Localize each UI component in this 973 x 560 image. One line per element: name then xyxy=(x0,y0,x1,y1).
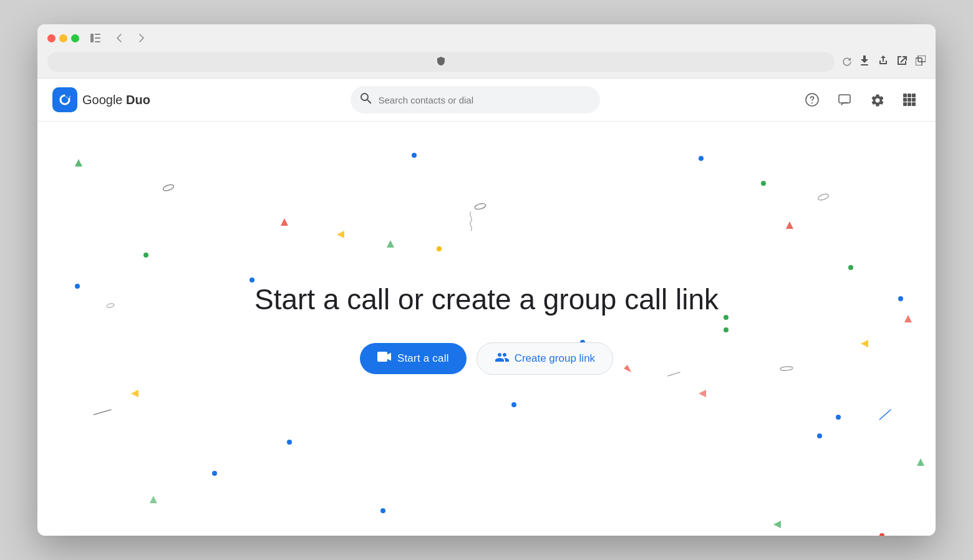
svg-rect-0 xyxy=(90,34,94,42)
confetti-piece xyxy=(94,408,112,416)
svg-rect-4 xyxy=(861,64,868,65)
share-button[interactable] xyxy=(878,56,888,68)
title-bar xyxy=(37,24,936,52)
help-button[interactable] xyxy=(801,89,823,111)
svg-point-34 xyxy=(761,181,766,186)
confetti-piece xyxy=(212,471,217,476)
center-content: Start a call or create a group call link… xyxy=(254,282,719,374)
video-camera-icon xyxy=(377,352,391,365)
svg-rect-15 xyxy=(912,98,916,102)
svg-point-8 xyxy=(811,102,813,104)
svg-point-37 xyxy=(848,265,853,270)
search-bar[interactable]: Search contacts or dial xyxy=(351,86,600,113)
confetti-piece xyxy=(786,221,793,229)
confetti-piece xyxy=(780,365,793,372)
create-group-link-button[interactable]: Create group link xyxy=(477,342,613,375)
svg-point-51 xyxy=(724,327,729,332)
confetti-piece xyxy=(281,218,288,226)
confetti-piece xyxy=(848,265,853,270)
confetti-piece xyxy=(249,278,254,282)
confetti-piece xyxy=(773,521,781,528)
confetti-piece xyxy=(836,415,841,420)
confetti-piece xyxy=(412,153,417,158)
search-area: Search contacts or dial xyxy=(150,86,801,113)
forward-button[interactable] xyxy=(134,31,149,46)
confetti-piece xyxy=(474,203,486,210)
reload-button[interactable] xyxy=(840,54,854,69)
sidebar-toggle-button[interactable] xyxy=(87,32,104,44)
confetti-piece xyxy=(387,240,394,248)
confetti-piece xyxy=(437,246,442,251)
svg-point-58 xyxy=(879,533,884,536)
svg-point-53 xyxy=(836,415,841,420)
confetti-piece xyxy=(817,193,830,201)
svg-point-20 xyxy=(162,184,175,191)
svg-point-52 xyxy=(511,402,516,407)
confetti-piece xyxy=(150,496,158,504)
app-content: Google Duo Search contacts or dial xyxy=(37,79,936,536)
svg-marker-21 xyxy=(281,218,288,226)
svg-rect-16 xyxy=(903,102,907,106)
svg-marker-22 xyxy=(337,231,344,238)
svg-marker-57 xyxy=(773,521,781,528)
confetti-piece xyxy=(898,296,903,301)
svg-rect-14 xyxy=(908,98,911,102)
group-icon xyxy=(495,352,508,365)
start-call-button[interactable]: Start a call xyxy=(360,343,467,374)
svg-rect-9 xyxy=(839,95,850,103)
svg-rect-1 xyxy=(95,34,100,35)
confetti-piece xyxy=(75,284,80,289)
svg-marker-26 xyxy=(131,390,138,397)
svg-point-39 xyxy=(724,315,729,320)
svg-marker-19 xyxy=(75,159,82,167)
confetti-piece xyxy=(879,533,884,536)
svg-marker-40 xyxy=(861,340,868,347)
security-icon xyxy=(437,57,445,67)
svg-point-35 xyxy=(817,193,830,201)
address-bar-row xyxy=(37,52,936,78)
svg-rect-10 xyxy=(903,94,907,97)
confetti-piece xyxy=(917,458,924,466)
google-duo-logo-icon xyxy=(52,87,77,112)
svg-point-33 xyxy=(699,156,704,161)
svg-marker-55 xyxy=(150,496,157,503)
confetti-piece xyxy=(143,253,148,258)
messages-button[interactable] xyxy=(833,89,856,111)
apps-button[interactable] xyxy=(898,89,921,111)
svg-marker-36 xyxy=(786,221,793,229)
create-group-link-label: Create group link xyxy=(515,352,595,365)
svg-rect-3 xyxy=(95,41,100,42)
main-heading: Start a call or create a group call link xyxy=(254,282,719,317)
svg-line-27 xyxy=(94,410,111,415)
confetti-piece xyxy=(75,159,84,168)
svg-rect-11 xyxy=(908,94,911,97)
svg-rect-17 xyxy=(908,102,911,106)
svg-point-23 xyxy=(143,253,148,258)
svg-point-25 xyxy=(107,303,115,308)
svg-point-24 xyxy=(249,278,254,282)
confetti-piece xyxy=(162,184,175,191)
svg-point-31 xyxy=(474,203,486,210)
search-icon xyxy=(361,93,372,107)
close-button[interactable] xyxy=(47,34,56,42)
browser-window: Google Duo Search contacts or dial xyxy=(37,24,936,536)
address-bar[interactable] xyxy=(47,52,835,72)
main-area: Start a call or create a group call link… xyxy=(37,122,936,536)
logo-text: Google Duo xyxy=(82,93,150,107)
svg-point-38 xyxy=(898,296,903,301)
svg-marker-43 xyxy=(699,390,706,397)
duplicate-button[interactable] xyxy=(916,56,926,68)
settings-button[interactable] xyxy=(866,89,888,111)
confetti-piece xyxy=(879,408,892,421)
maximize-button[interactable] xyxy=(71,34,79,42)
start-call-label: Start a call xyxy=(397,352,449,365)
back-button[interactable] xyxy=(112,31,127,46)
confetti-piece xyxy=(380,508,385,513)
svg-marker-42 xyxy=(904,315,912,322)
confetti-piece xyxy=(724,315,729,320)
svg-point-29 xyxy=(412,153,417,158)
download-button[interactable] xyxy=(859,56,869,68)
minimize-button[interactable] xyxy=(59,34,67,42)
action-buttons: Start a call Create group link xyxy=(360,342,613,375)
new-tab-button[interactable] xyxy=(897,56,907,68)
